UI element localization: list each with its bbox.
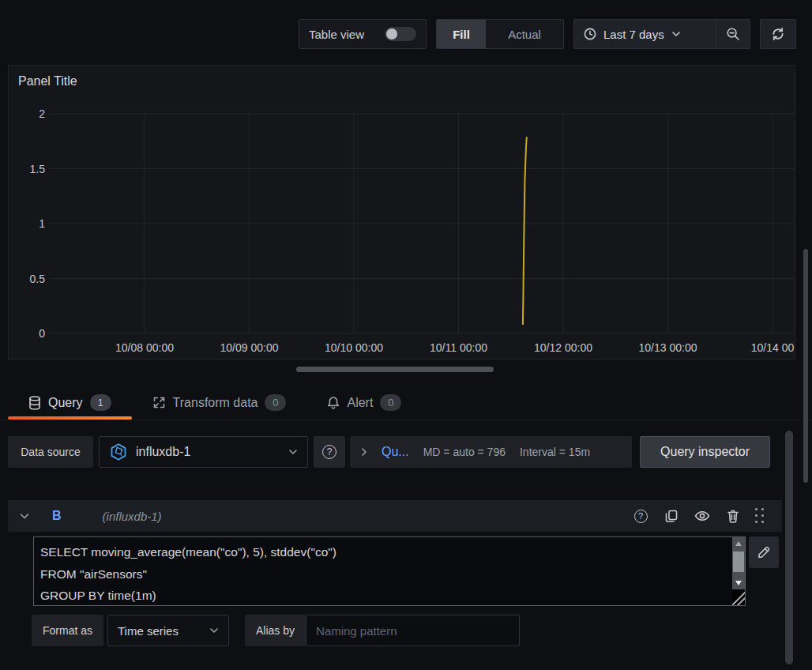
triangle-down-icon [735, 581, 742, 585]
tab-query[interactable]: Query 1 [8, 386, 132, 420]
chevron-down-icon [209, 627, 219, 634]
time-picker: Last 7 days [573, 19, 750, 49]
scroll-down-arrow[interactable] [732, 577, 745, 589]
table-view-control: Table view [299, 19, 427, 49]
refresh-icon [771, 27, 785, 41]
resize-grip-icon[interactable] [732, 589, 745, 605]
query-section-scrollbar[interactable] [785, 431, 793, 664]
tab-transform-label: Transform data [173, 396, 258, 410]
query-text-editor: SELECT moving_average(mean("co"), 5), st… [33, 536, 746, 606]
transform-arrows-icon [152, 396, 166, 409]
max-data-points-text: MD = auto = 796 [423, 446, 506, 458]
duplicate-query-button[interactable] [663, 507, 680, 525]
fill-button[interactable]: Fill [437, 20, 486, 48]
query-options-strip[interactable]: Qu... MD = auto = 796 Interval = 15m [350, 436, 632, 468]
datasource-picker[interactable]: influxdb-1 [99, 436, 308, 468]
query-help-button[interactable] [632, 507, 649, 525]
toggle-visibility-button[interactable] [694, 507, 711, 525]
pencil-icon [757, 545, 771, 559]
zoom-out-icon [726, 27, 740, 41]
query-datasource-hint: (influxdb-1) [103, 510, 162, 523]
format-as-value: Time series [118, 624, 179, 638]
panel-editor-page: Table view Fill Actual Last 7 days Panel… [0, 0, 812, 670]
question-circle-icon [634, 510, 648, 523]
tab-query-count-badge: 1 [90, 394, 111, 411]
tab-alert-label: Alert [347, 396, 373, 410]
query-text[interactable]: SELECT moving_average(mean("co"), 5), st… [34, 537, 731, 605]
alias-by-input[interactable] [306, 615, 520, 646]
time-range-label: Last 7 days [603, 28, 664, 41]
influxdb-logo-icon [109, 442, 128, 461]
editor-tabs: Query 1 Transform data 0 Alert 0 [0, 386, 812, 420]
query-row-actions [632, 507, 782, 525]
actual-button[interactable]: Actual [486, 20, 563, 48]
chart-svg [9, 66, 795, 359]
table-view-toggle[interactable] [385, 27, 416, 41]
alias-by-label: Alias by [245, 615, 306, 646]
query-inspector-button[interactable]: Query inspector [640, 436, 770, 468]
query-row-header: B (influxdb-1) [8, 500, 782, 532]
format-as-label: Format as [32, 615, 103, 646]
panel: Panel Title 00.511.52 10/08 00:0010/09 0… [8, 65, 795, 359]
clock-icon [584, 28, 596, 40]
x-axis-labels: 10/08 00:0010/09 00:0010/10 00:0010/11 0… [9, 341, 795, 356]
tab-alert-count-badge: 0 [380, 394, 401, 411]
tab-transform-data[interactable]: Transform data 0 [132, 386, 307, 420]
delete-query-button[interactable] [724, 507, 742, 525]
tab-transform-count-badge: 0 [265, 394, 286, 411]
collapse-chevron-icon[interactable] [19, 513, 30, 520]
chevron-down-icon [288, 449, 298, 455]
scrollbar-thumb[interactable] [733, 551, 744, 572]
chevron-right-icon [361, 447, 367, 457]
panel-resize-scrollbar[interactable] [296, 367, 494, 372]
y-axis-labels: 00.511.52 [9, 66, 45, 359]
datasource-value: influxdb-1 [136, 445, 280, 459]
triangle-up-icon [735, 541, 742, 546]
table-view-label: Table view [309, 28, 364, 41]
fill-actual-segmented-control: Fill Actual [436, 19, 564, 49]
query-options-link[interactable]: Qu... [382, 445, 409, 459]
database-icon [28, 396, 41, 410]
datasource-help-button[interactable] [314, 436, 345, 468]
copy-icon [664, 509, 679, 523]
tab-alert[interactable]: Alert 0 [306, 386, 422, 420]
bell-icon [327, 396, 340, 410]
tab-query-label: Query [48, 396, 83, 410]
page-scrollbar[interactable] [803, 249, 808, 483]
toggle-knob [386, 28, 397, 40]
datasource-label: Data source [8, 436, 93, 468]
interval-text: Interval = 15m [520, 446, 590, 458]
zoom-out-button[interactable] [716, 20, 750, 48]
eye-icon [694, 510, 710, 522]
drag-handle-icon[interactable] [755, 508, 765, 524]
query-ref-id: B [52, 509, 62, 523]
format-as-select[interactable]: Time series [107, 615, 229, 646]
trash-icon [727, 509, 739, 523]
chevron-down-icon [671, 31, 681, 37]
refresh-button[interactable] [760, 19, 796, 49]
scroll-up-arrow[interactable] [732, 537, 745, 550]
time-range-button[interactable]: Last 7 days [574, 20, 716, 48]
edit-query-button[interactable] [749, 536, 779, 568]
textarea-scrollbar [732, 537, 745, 589]
question-circle-icon [322, 445, 336, 459]
